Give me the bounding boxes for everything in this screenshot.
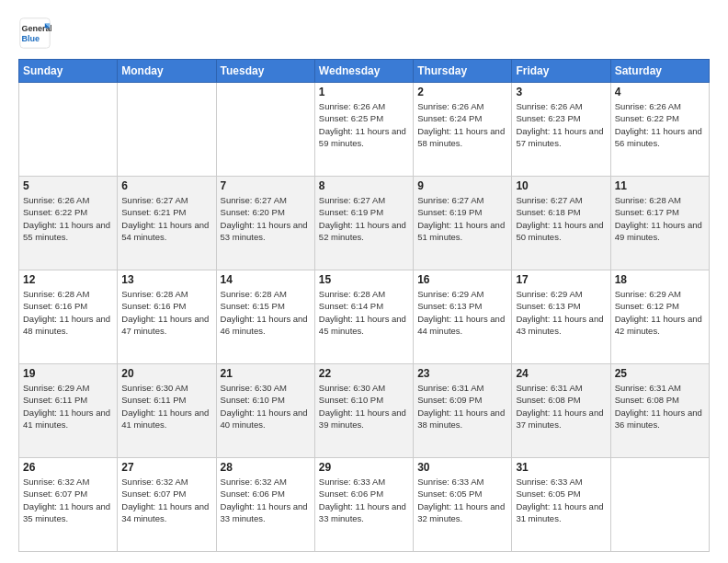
- calendar-cell: 2Sunrise: 6:26 AM Sunset: 6:24 PM Daylig…: [414, 83, 512, 177]
- day-number: 23: [417, 367, 507, 380]
- calendar-cell: 3Sunrise: 6:26 AM Sunset: 6:23 PM Daylig…: [512, 83, 610, 177]
- day-info: Sunrise: 6:26 AM Sunset: 6:23 PM Dayligh…: [516, 100, 606, 149]
- day-number: 13: [121, 273, 211, 286]
- day-number: 22: [319, 367, 409, 380]
- calendar-cell: 10Sunrise: 6:27 AM Sunset: 6:18 PM Dayli…: [512, 177, 610, 270]
- calendar-cell: 16Sunrise: 6:29 AM Sunset: 6:13 PM Dayli…: [414, 270, 512, 364]
- day-number: 12: [23, 273, 113, 286]
- weekday-header-friday: Friday: [512, 60, 610, 83]
- day-info: Sunrise: 6:29 AM Sunset: 6:12 PM Dayligh…: [615, 288, 705, 337]
- weekday-header-tuesday: Tuesday: [216, 60, 314, 83]
- weekday-header-row: SundayMondayTuesdayWednesdayThursdayFrid…: [19, 60, 710, 83]
- day-info: Sunrise: 6:27 AM Sunset: 6:19 PM Dayligh…: [417, 194, 507, 243]
- day-number: 17: [516, 273, 606, 286]
- day-info: Sunrise: 6:27 AM Sunset: 6:21 PM Dayligh…: [121, 194, 211, 243]
- day-number: 24: [516, 367, 606, 380]
- calendar-cell: 6Sunrise: 6:27 AM Sunset: 6:21 PM Daylig…: [118, 177, 216, 270]
- day-info: Sunrise: 6:30 AM Sunset: 6:10 PM Dayligh…: [221, 382, 311, 431]
- day-info: Sunrise: 6:27 AM Sunset: 6:19 PM Dayligh…: [319, 194, 409, 243]
- day-number: 7: [221, 179, 311, 192]
- calendar-cell: 19Sunrise: 6:29 AM Sunset: 6:11 PM Dayli…: [19, 364, 118, 458]
- day-number: 6: [121, 179, 211, 192]
- day-info: Sunrise: 6:26 AM Sunset: 6:25 PM Dayligh…: [319, 100, 409, 149]
- day-info: Sunrise: 6:29 AM Sunset: 6:11 PM Dayligh…: [23, 382, 113, 431]
- day-info: Sunrise: 6:26 AM Sunset: 6:24 PM Dayligh…: [417, 100, 507, 149]
- calendar-week-row: 19Sunrise: 6:29 AM Sunset: 6:11 PM Dayli…: [19, 364, 710, 458]
- calendar-cell: 4Sunrise: 6:26 AM Sunset: 6:22 PM Daylig…: [610, 83, 709, 177]
- day-info: Sunrise: 6:28 AM Sunset: 6:16 PM Dayligh…: [121, 288, 211, 337]
- day-info: Sunrise: 6:28 AM Sunset: 6:16 PM Dayligh…: [23, 288, 113, 337]
- day-number: 19: [23, 367, 113, 380]
- day-number: 3: [516, 86, 606, 98]
- day-info: Sunrise: 6:33 AM Sunset: 6:06 PM Dayligh…: [319, 476, 409, 524]
- day-info: Sunrise: 6:32 AM Sunset: 6:07 PM Dayligh…: [23, 476, 113, 524]
- calendar-cell: 5Sunrise: 6:26 AM Sunset: 6:22 PM Daylig…: [19, 177, 118, 270]
- calendar-cell: 28Sunrise: 6:32 AM Sunset: 6:06 PM Dayli…: [216, 458, 314, 552]
- day-info: Sunrise: 6:28 AM Sunset: 6:15 PM Dayligh…: [221, 288, 311, 337]
- day-number: 11: [615, 179, 705, 192]
- day-info: Sunrise: 6:27 AM Sunset: 6:20 PM Dayligh…: [221, 194, 311, 243]
- header: General Blue: [18, 17, 710, 50]
- calendar-cell: 12Sunrise: 6:28 AM Sunset: 6:16 PM Dayli…: [19, 270, 118, 364]
- day-number: 4: [615, 86, 705, 98]
- calendar-cell: 21Sunrise: 6:30 AM Sunset: 6:10 PM Dayli…: [216, 364, 314, 458]
- day-info: Sunrise: 6:28 AM Sunset: 6:17 PM Dayligh…: [615, 194, 705, 243]
- weekday-header-monday: Monday: [118, 60, 216, 83]
- day-number: 26: [23, 461, 113, 474]
- day-number: 16: [417, 273, 507, 286]
- day-info: Sunrise: 6:26 AM Sunset: 6:22 PM Dayligh…: [615, 100, 705, 149]
- day-info: Sunrise: 6:33 AM Sunset: 6:05 PM Dayligh…: [417, 476, 507, 524]
- day-info: Sunrise: 6:32 AM Sunset: 6:06 PM Dayligh…: [221, 476, 311, 524]
- calendar-cell: 9Sunrise: 6:27 AM Sunset: 6:19 PM Daylig…: [414, 177, 512, 270]
- logo: General Blue: [18, 17, 57, 50]
- day-number: 5: [23, 179, 113, 192]
- day-info: Sunrise: 6:30 AM Sunset: 6:10 PM Dayligh…: [319, 382, 409, 431]
- weekday-header-sunday: Sunday: [19, 60, 118, 83]
- calendar-week-row: 1Sunrise: 6:26 AM Sunset: 6:25 PM Daylig…: [19, 83, 710, 177]
- calendar-cell: 29Sunrise: 6:33 AM Sunset: 6:06 PM Dayli…: [314, 458, 413, 552]
- calendar-cell: 18Sunrise: 6:29 AM Sunset: 6:12 PM Dayli…: [610, 270, 709, 364]
- svg-text:Blue: Blue: [22, 34, 40, 43]
- day-info: Sunrise: 6:28 AM Sunset: 6:14 PM Dayligh…: [319, 288, 409, 337]
- calendar-cell: 1Sunrise: 6:26 AM Sunset: 6:25 PM Daylig…: [314, 83, 413, 177]
- calendar-cell: 26Sunrise: 6:32 AM Sunset: 6:07 PM Dayli…: [19, 458, 118, 552]
- day-number: 20: [121, 367, 211, 380]
- weekday-header-wednesday: Wednesday: [314, 60, 413, 83]
- day-info: Sunrise: 6:31 AM Sunset: 6:09 PM Dayligh…: [417, 382, 507, 431]
- day-info: Sunrise: 6:33 AM Sunset: 6:05 PM Dayligh…: [516, 476, 606, 524]
- calendar-cell: 22Sunrise: 6:30 AM Sunset: 6:10 PM Dayli…: [314, 364, 413, 458]
- day-number: 14: [221, 273, 311, 286]
- weekday-header-saturday: Saturday: [610, 60, 709, 83]
- day-number: 8: [319, 179, 409, 192]
- calendar-table: SundayMondayTuesdayWednesdayThursdayFrid…: [18, 59, 710, 552]
- calendar-cell: 20Sunrise: 6:30 AM Sunset: 6:11 PM Dayli…: [118, 364, 216, 458]
- day-number: 29: [319, 461, 409, 474]
- calendar-week-row: 26Sunrise: 6:32 AM Sunset: 6:07 PM Dayli…: [19, 458, 710, 552]
- calendar-cell: 11Sunrise: 6:28 AM Sunset: 6:17 PM Dayli…: [610, 177, 709, 270]
- day-info: Sunrise: 6:32 AM Sunset: 6:07 PM Dayligh…: [121, 476, 211, 524]
- day-number: 31: [516, 461, 606, 474]
- calendar-cell: 7Sunrise: 6:27 AM Sunset: 6:20 PM Daylig…: [216, 177, 314, 270]
- page: General Blue SundayMondayTuesdayWednesda…: [0, 0, 728, 563]
- calendar-week-row: 5Sunrise: 6:26 AM Sunset: 6:22 PM Daylig…: [19, 177, 710, 270]
- calendar-cell: 15Sunrise: 6:28 AM Sunset: 6:14 PM Dayli…: [314, 270, 413, 364]
- weekday-header-thursday: Thursday: [414, 60, 512, 83]
- calendar-cell: 25Sunrise: 6:31 AM Sunset: 6:08 PM Dayli…: [610, 364, 709, 458]
- day-info: Sunrise: 6:27 AM Sunset: 6:18 PM Dayligh…: [516, 194, 606, 243]
- calendar-cell: 23Sunrise: 6:31 AM Sunset: 6:09 PM Dayli…: [414, 364, 512, 458]
- day-info: Sunrise: 6:30 AM Sunset: 6:11 PM Dayligh…: [121, 382, 211, 431]
- day-info: Sunrise: 6:29 AM Sunset: 6:13 PM Dayligh…: [516, 288, 606, 337]
- calendar-cell: [216, 83, 314, 177]
- calendar-cell: 13Sunrise: 6:28 AM Sunset: 6:16 PM Dayli…: [118, 270, 216, 364]
- day-info: Sunrise: 6:26 AM Sunset: 6:22 PM Dayligh…: [23, 194, 113, 243]
- day-number: 27: [121, 461, 211, 474]
- day-number: 30: [417, 461, 507, 474]
- calendar-cell: 31Sunrise: 6:33 AM Sunset: 6:05 PM Dayli…: [512, 458, 610, 552]
- day-number: 2: [417, 86, 507, 98]
- calendar-cell: 27Sunrise: 6:32 AM Sunset: 6:07 PM Dayli…: [118, 458, 216, 552]
- day-number: 10: [516, 179, 606, 192]
- day-info: Sunrise: 6:31 AM Sunset: 6:08 PM Dayligh…: [516, 382, 606, 431]
- calendar-cell: 14Sunrise: 6:28 AM Sunset: 6:15 PM Dayli…: [216, 270, 314, 364]
- calendar-cell: [118, 83, 216, 177]
- calendar-week-row: 12Sunrise: 6:28 AM Sunset: 6:16 PM Dayli…: [19, 270, 710, 364]
